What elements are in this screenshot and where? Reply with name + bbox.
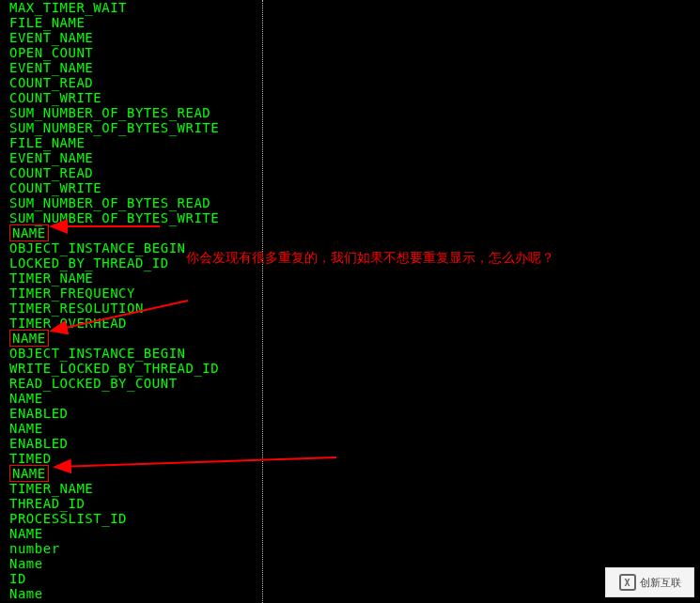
watermark: X 创新互联 xyxy=(605,567,694,597)
column-name: TIMER_OVERHEAD xyxy=(9,316,253,331)
column-name: NAME xyxy=(9,466,253,481)
column-name: READ_LOCKED_BY_COUNT xyxy=(9,376,253,391)
column-name: Name xyxy=(9,556,253,571)
column-name: PROCESSLIST_ID xyxy=(9,511,253,526)
annotation-text: 你会发现有很多重复的，我们如果不想要重复显示，怎么办呢？ xyxy=(186,250,554,267)
column-name: WRITE_LOCKED_BY_THREAD_ID xyxy=(9,361,253,376)
column-name: EVENT_NAME xyxy=(9,60,253,75)
watermark-text: 创新互联 xyxy=(640,576,681,590)
column-name: NAME xyxy=(9,421,253,436)
column-name: SUM_NUMBER_OF_BYTES_READ xyxy=(9,195,253,210)
column-name: FILE_NAME xyxy=(9,15,253,30)
column-name: COUNT_READ xyxy=(9,165,253,180)
column-name: COUNT_READ xyxy=(9,75,253,90)
column-name: ID xyxy=(9,571,253,586)
column-name: ENABLED xyxy=(9,406,253,421)
column-name: TIMER_RESOLUTION xyxy=(9,301,253,316)
column-name: MAX_TIMER_WAIT xyxy=(9,0,253,15)
column-name: COUNT_WRITE xyxy=(9,90,253,105)
column-name: EVENT_NAME xyxy=(9,30,253,45)
column-name: THREAD_ID xyxy=(9,496,253,511)
column-name: OBJECT_INSTANCE_BEGIN xyxy=(9,346,253,361)
column-name: EVENT_NAME xyxy=(9,150,253,165)
column-name: OPEN_COUNT xyxy=(9,45,253,60)
column-name: ENABLED xyxy=(9,436,253,451)
column-list: MAX_TIMER_WAITFILE_NAMEEVENT_NAMEOPEN_CO… xyxy=(0,0,262,603)
column-name: SUM_NUMBER_OF_BYTES_WRITE xyxy=(9,120,253,135)
column-name: FILE_NAME xyxy=(9,135,253,150)
column-name: NAME xyxy=(9,391,253,406)
column-name: NAME xyxy=(9,331,253,346)
column-name: TIMER_NAME xyxy=(9,481,253,496)
watermark-logo-icon: X xyxy=(619,574,636,591)
column-name: SUM_NUMBER_OF_BYTES_READ xyxy=(9,105,253,120)
highlighted-column: NAME xyxy=(9,224,49,241)
highlighted-column: NAME xyxy=(9,330,49,347)
column-name: SUM_NUMBER_OF_BYTES_WRITE xyxy=(9,210,253,225)
column-name: TIMER_FREQUENCY xyxy=(9,286,253,301)
column-name: number xyxy=(9,541,253,556)
column-name: NAME xyxy=(9,526,253,541)
terminal-panel: MAX_TIMER_WAITFILE_NAMEEVENT_NAMEOPEN_CO… xyxy=(0,0,263,603)
column-name: TIMED xyxy=(9,451,253,466)
column-name: TIMER_NAME xyxy=(9,271,253,286)
column-name: NAME xyxy=(9,225,253,240)
column-name: COUNT_WRITE xyxy=(9,180,253,195)
highlighted-column: NAME xyxy=(9,465,49,482)
column-name: Name xyxy=(9,586,253,601)
